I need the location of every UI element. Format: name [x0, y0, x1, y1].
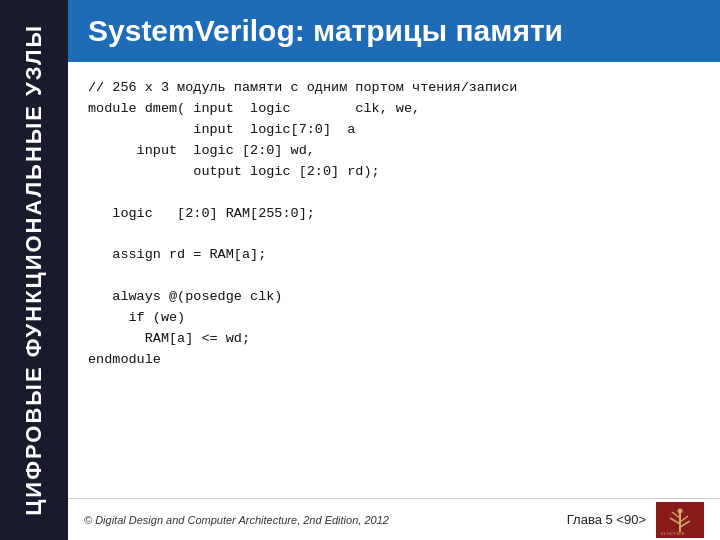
sidebar: ЦИФРОВЫЕ ФУНКЦИОНАЛЬНЫЕ УЗЛЫ: [0, 0, 68, 540]
sidebar-label: ЦИФРОВЫЕ ФУНКЦИОНАЛЬНЫЕ УЗЛЫ: [22, 24, 46, 516]
elsevier-logo: ELSEVIER: [656, 502, 704, 538]
footer: © Digital Design and Computer Architectu…: [68, 498, 720, 540]
slide-title: SystemVerilog: матрицы памяти: [68, 0, 720, 62]
svg-text:ELSEVIER: ELSEVIER: [661, 531, 685, 536]
svg-point-6: [678, 508, 683, 513]
main-content: SystemVerilog: матрицы памяти // 256 x 3…: [68, 0, 720, 540]
code-area: // 256 x 3 модуль памяти с одним портом …: [68, 62, 720, 498]
footer-right: Глава 5 <90> ELSEVIER: [567, 502, 704, 538]
copyright-text: © Digital Design and Computer Architectu…: [84, 514, 389, 526]
code-block: // 256 x 3 модуль памяти с одним портом …: [88, 78, 700, 371]
chapter-label: Глава 5 <90>: [567, 512, 646, 527]
